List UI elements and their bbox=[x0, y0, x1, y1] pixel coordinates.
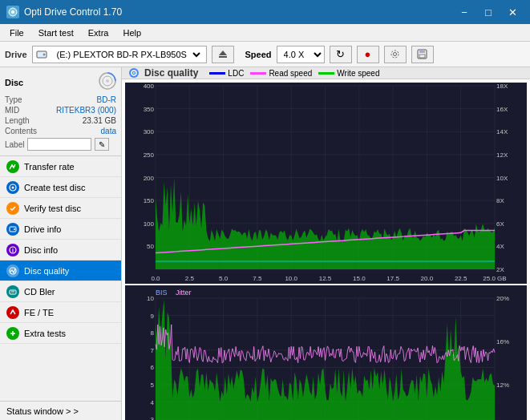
sidebar: Disc Type BD-R MID RITEKBR3 (000) Length… bbox=[0, 67, 122, 420]
quality-header-icon bbox=[128, 67, 140, 79]
maximize-button[interactable]: □ bbox=[477, 3, 500, 21]
legend-ldc-color bbox=[209, 72, 225, 75]
speed-label: Speed bbox=[245, 50, 272, 59]
save-icon bbox=[417, 49, 427, 59]
drivebar: Drive (E:) PLEXTOR BD-R PX-LB950SA 1.04 … bbox=[0, 42, 530, 67]
nav-drive-info-label: Drive info bbox=[24, 224, 61, 234]
transfer-rate-icon bbox=[6, 160, 19, 173]
legend-write-color bbox=[318, 72, 334, 75]
content-area: Disc quality LDC Read speed Write speed bbox=[122, 67, 530, 420]
mid-value: RITEKBR3 (000) bbox=[56, 106, 116, 115]
svg-point-1 bbox=[11, 10, 14, 14]
nav-transfer-rate[interactable]: Transfer rate bbox=[0, 156, 121, 177]
create-test-disc-icon bbox=[6, 181, 19, 194]
bis-jitter-chart bbox=[125, 285, 527, 420]
nav-verify-test-disc[interactable]: Verify test disc bbox=[0, 198, 121, 219]
titlebar-controls: − □ ✕ bbox=[453, 3, 524, 21]
app-icon bbox=[6, 6, 19, 18]
drive-label: Drive bbox=[5, 50, 27, 59]
nav-create-test-disc-label: Create test disc bbox=[24, 183, 85, 192]
titlebar-left: Opti Drive Control 1.70 bbox=[6, 6, 122, 18]
eject-icon bbox=[217, 49, 229, 60]
legend-ldc: LDC bbox=[209, 69, 244, 78]
nav-drive-info[interactable]: Drive info bbox=[0, 219, 121, 240]
nav-extra-tests[interactable]: Extra tests bbox=[0, 323, 121, 344]
svg-point-16 bbox=[12, 186, 14, 188]
disc-icon bbox=[99, 72, 116, 92]
quality-title: Disc quality bbox=[144, 67, 198, 79]
svg-rect-6 bbox=[219, 56, 227, 58]
close-button[interactable]: ✕ bbox=[501, 3, 524, 21]
label-edit-button[interactable]: ✎ bbox=[95, 138, 109, 151]
menu-start-test[interactable]: Start test bbox=[32, 26, 80, 39]
svg-point-4 bbox=[42, 53, 45, 55]
label-key: Label bbox=[5, 140, 24, 149]
svg-point-8 bbox=[391, 50, 399, 58]
nav-disc-info-label: Disc info bbox=[24, 245, 58, 255]
svg-marker-5 bbox=[219, 50, 227, 55]
chart-legend: LDC Read speed Write speed bbox=[209, 69, 379, 78]
disc-info-icon: i bbox=[6, 244, 19, 256]
drive-icon bbox=[36, 49, 47, 60]
nav-disc-quality-label: Disc quality bbox=[24, 266, 69, 276]
legend-read: Read speed bbox=[250, 69, 312, 78]
contents-value: data bbox=[101, 127, 116, 135]
disc-panel-title: Disc bbox=[5, 78, 23, 87]
settings-icon bbox=[390, 49, 400, 59]
length-value: 23.31 GB bbox=[83, 116, 116, 125]
legend-read-color bbox=[250, 72, 266, 75]
svg-point-18 bbox=[14, 228, 15, 230]
drive-select[interactable]: (E:) PLEXTOR BD-R PX-LB950SA 1.04 bbox=[51, 46, 203, 63]
verify-test-disc-icon bbox=[6, 202, 19, 215]
legend-write-label: Write speed bbox=[337, 69, 379, 78]
nav-fe-te[interactable]: FE / TE bbox=[0, 302, 121, 323]
drive-info-icon bbox=[6, 223, 19, 236]
app-title: Opti Drive Control 1.70 bbox=[24, 6, 122, 18]
extra-tests-icon bbox=[6, 327, 19, 340]
type-value: BD-R bbox=[97, 95, 116, 104]
length-label: Length bbox=[5, 116, 30, 125]
ldc-chart bbox=[125, 83, 527, 284]
nav-fe-te-label: FE / TE bbox=[24, 308, 54, 317]
status-window-button[interactable]: Status window > > bbox=[0, 401, 121, 420]
legend-ldc-label: LDC bbox=[228, 69, 244, 78]
nav-create-test-disc[interactable]: Create test disc bbox=[0, 177, 121, 198]
minimize-button[interactable]: − bbox=[453, 3, 475, 21]
menu-file[interactable]: File bbox=[3, 26, 30, 39]
menubar: File Start test Extra Help bbox=[0, 24, 530, 42]
eject-button[interactable] bbox=[212, 46, 234, 63]
titlebar: Opti Drive Control 1.70 − □ ✕ bbox=[0, 0, 530, 24]
record-button[interactable]: ● bbox=[357, 46, 379, 63]
legend-read-label: Read speed bbox=[269, 69, 312, 78]
nav-extra-tests-label: Extra tests bbox=[24, 329, 66, 338]
mid-label: MID bbox=[5, 106, 19, 115]
svg-rect-11 bbox=[419, 55, 425, 58]
speed-select[interactable]: 4.0 X 2.0 X 6.0 X bbox=[277, 46, 325, 63]
legend-write: Write speed bbox=[318, 69, 379, 78]
settings-button[interactable] bbox=[384, 46, 407, 63]
label-input[interactable] bbox=[27, 138, 91, 151]
save-button[interactable] bbox=[411, 46, 434, 63]
nav-disc-info[interactable]: i Disc info bbox=[0, 240, 121, 260]
menu-help[interactable]: Help bbox=[116, 26, 148, 39]
nav-disc-quality[interactable]: Disc quality bbox=[0, 260, 121, 281]
refresh-button[interactable]: ↻ bbox=[330, 46, 352, 63]
svg-point-14 bbox=[106, 79, 109, 83]
svg-point-28 bbox=[133, 72, 135, 74]
nav-cd-bler[interactable]: CD Bler bbox=[0, 281, 121, 302]
svg-rect-10 bbox=[419, 50, 425, 53]
svg-text:i: i bbox=[12, 248, 14, 253]
svg-point-7 bbox=[394, 53, 397, 56]
fe-te-icon bbox=[6, 306, 19, 319]
nav-transfer-rate-label: Transfer rate bbox=[24, 162, 75, 172]
disc-quality-icon bbox=[6, 265, 19, 277]
nav-cd-bler-label: CD Bler bbox=[24, 287, 55, 297]
charts-area bbox=[122, 79, 530, 420]
quality-header: Disc quality LDC Read speed Write speed bbox=[122, 67, 530, 79]
nav-items: Transfer rate Create test disc Verify te… bbox=[0, 156, 121, 401]
contents-label: Contents bbox=[5, 127, 37, 135]
status-window-label: Status window > > bbox=[6, 406, 79, 416]
type-label: Type bbox=[5, 95, 22, 104]
nav-verify-test-disc-label: Verify test disc bbox=[24, 204, 81, 213]
menu-extra[interactable]: Extra bbox=[82, 26, 115, 39]
